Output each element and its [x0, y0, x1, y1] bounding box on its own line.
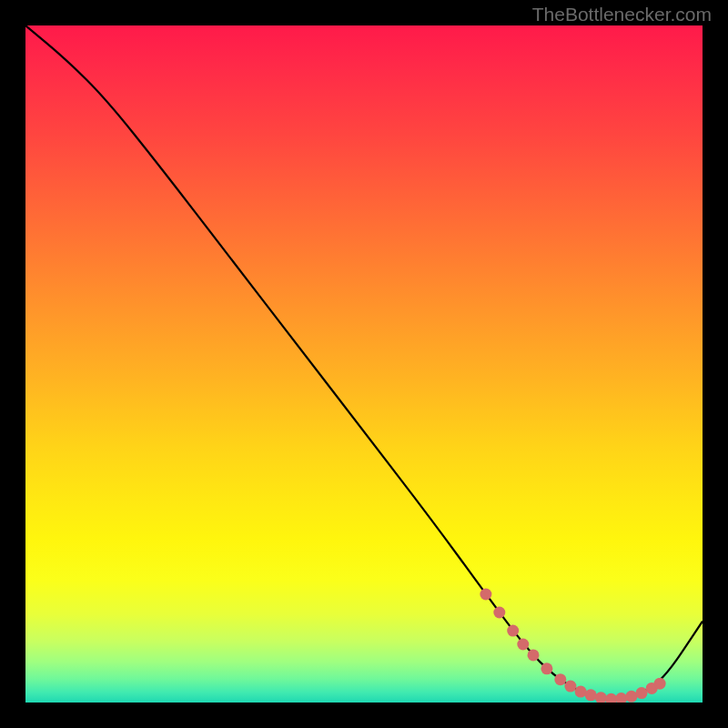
highlight-marker — [493, 607, 505, 619]
highlight-marker — [575, 686, 587, 698]
highlight-marker — [585, 689, 597, 701]
chart-svg — [25, 25, 703, 703]
highlight-marker — [615, 693, 627, 703]
highlight-marker — [554, 673, 566, 685]
highlight-marker — [541, 662, 552, 674]
plot-area — [25, 25, 703, 703]
highlight-marker — [605, 693, 617, 703]
highlight-marker — [625, 691, 637, 703]
highlight-marker — [528, 649, 540, 661]
highlight-markers — [480, 589, 665, 703]
highlight-marker — [517, 639, 529, 651]
watermark-text: TheBottlenecker.com — [532, 4, 712, 25]
highlight-marker — [480, 589, 491, 601]
highlight-marker — [595, 692, 607, 703]
highlight-marker — [564, 681, 576, 693]
highlight-marker — [654, 678, 666, 690]
highlight-marker — [507, 625, 519, 637]
highlight-marker — [636, 687, 648, 699]
bottleneck-curve-line — [25, 25, 703, 698]
